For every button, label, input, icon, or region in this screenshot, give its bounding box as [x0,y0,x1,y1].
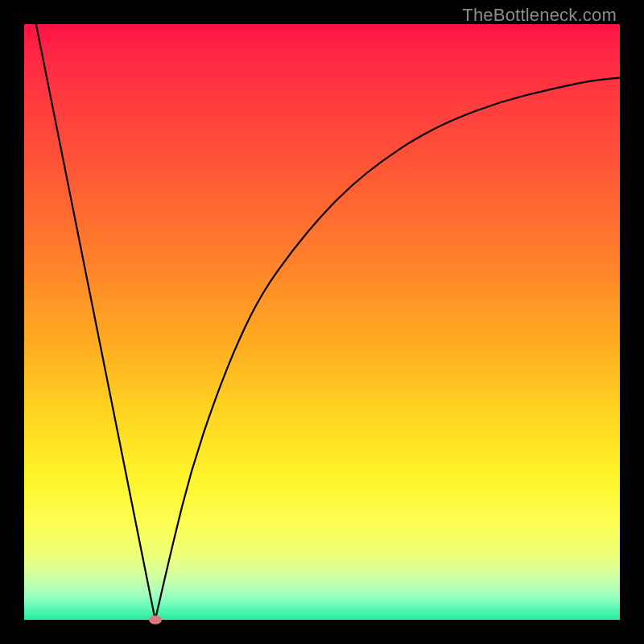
watermark-text: TheBottleneck.com [462,5,617,26]
curve-right-branch [155,78,620,620]
curve-layer [24,24,620,620]
minimum-marker [149,616,162,625]
plot-area [24,24,620,620]
curve-left-branch [36,24,155,620]
chart-frame: TheBottleneck.com [0,0,644,644]
